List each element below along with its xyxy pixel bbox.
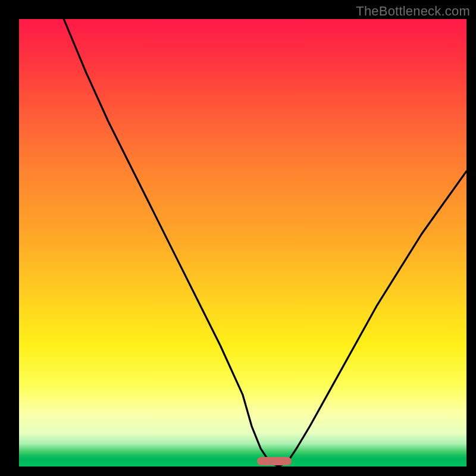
- plot-area: [19, 19, 466, 466]
- curve-path: [64, 19, 466, 466]
- optimum-marker: [257, 457, 292, 465]
- bottleneck-curve: [19, 19, 466, 466]
- chart-frame: TheBottleneck.com: [0, 0, 476, 476]
- watermark-text: TheBottleneck.com: [356, 4, 470, 19]
